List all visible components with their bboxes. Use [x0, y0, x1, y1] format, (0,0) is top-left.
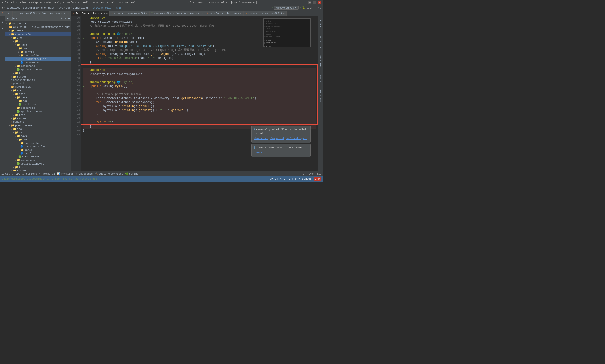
- tree-p8001-test[interactable]: ▶ 📁 test: [5, 166, 71, 169]
- menu-edit[interactable]: Edit: [11, 1, 17, 4]
- maximize-button[interactable]: □: [313, 1, 316, 4]
- tree-application-yml-consumer[interactable]: 🟢 application.yml: [5, 68, 71, 71]
- tree-test[interactable]: ▶ 📁 test: [5, 71, 71, 75]
- tree-config[interactable]: ▶ 📁 config: [5, 50, 71, 54]
- tree-main[interactable]: ▾ 📁 main: [5, 39, 71, 43]
- tree-p8001-controller[interactable]: ▾ 📁 controller: [5, 141, 71, 145]
- menu-tools[interactable]: Tools: [101, 1, 108, 4]
- tab-close-yml2[interactable]: ✕: [202, 12, 203, 15]
- dont-ask-link[interactable]: Don't Ask Again: [286, 137, 307, 141]
- bottom-endpoints[interactable]: ⛛ Endpoints: [75, 172, 93, 175]
- nav-icon-1[interactable]: ✓: [271, 6, 273, 9]
- tree-java-folder[interactable]: ▾ 📁 java: [5, 43, 71, 47]
- code-content[interactable]: @Resource RestTemplate restTemplate; // …: [81, 16, 318, 171]
- tree-resources[interactable]: ▾ 📁 resources: [5, 64, 71, 68]
- tree-model[interactable]: ▾ 📁 model: [5, 148, 71, 152]
- project-tool-button[interactable]: Project: [0, 18, 5, 29]
- always-add-link[interactable]: Always Add: [270, 137, 284, 141]
- tree-consumer80[interactable]: ▾ 📂 consumer80: [5, 32, 71, 36]
- indent[interactable]: 4 spaces: [299, 178, 311, 180]
- menu-view[interactable]: View: [20, 1, 26, 4]
- menu-help[interactable]: Help: [131, 1, 137, 4]
- tree-pom-consumer[interactable]: m pom.xml: [5, 82, 71, 85]
- encoding[interactable]: UTF-8: [289, 178, 296, 180]
- tab-close-pom2[interactable]: ✕: [283, 12, 284, 15]
- breadcrumb-project[interactable]: cloud1009: [6, 6, 20, 9]
- bottom-todo[interactable]: ☑ TODO: [12, 172, 20, 175]
- window-controls[interactable]: — □ ✕: [308, 1, 321, 4]
- breadcrumb-main[interactable]: main: [48, 6, 54, 9]
- bottom-terminal[interactable]: ▶_ Terminal: [39, 172, 55, 175]
- tree-p8001-resources[interactable]: ▾ 📁 resources: [5, 158, 71, 162]
- tree-p8001-src[interactable]: ▾ 📁 src: [5, 127, 71, 131]
- breadcrumb-file[interactable]: TestController: [91, 6, 113, 9]
- tab-close-user[interactable]: ✕: [240, 12, 242, 15]
- kayvan-button[interactable]: Kayvan: [319, 19, 322, 29]
- menu-run[interactable]: Run: [93, 1, 98, 4]
- menu-window[interactable]: Window: [119, 1, 128, 4]
- structure-button[interactable]: Structure: [319, 35, 322, 49]
- tree-p8001-java[interactable]: ▾ 📁 java: [5, 134, 71, 138]
- view-files-link[interactable]: View Files: [254, 137, 268, 141]
- tree-consumer80-src[interactable]: ▾ 📁 src: [5, 36, 71, 39]
- tree-controller[interactable]: ▾ 📁 controller: [5, 54, 71, 57]
- tree-UserController[interactable]: 🔵 UserController: [5, 145, 71, 148]
- breadcrumb-controller[interactable]: controller: [73, 6, 89, 9]
- tab-close-testcontroller[interactable]: ✕: [106, 12, 107, 15]
- tree-eureka-yml[interactable]: 🟢 application.yml: [5, 110, 71, 113]
- tree-provider8001[interactable]: ▾ 📂 provider8001: [5, 124, 71, 127]
- tree-com[interactable]: ▾ 📁 com: [5, 47, 71, 50]
- nav-debug-icon[interactable]: 🐛: [302, 6, 306, 9]
- menu-navigate[interactable]: Navigate: [29, 1, 42, 4]
- tree-p8001-main[interactable]: ▾ 📁 main: [5, 131, 71, 134]
- line-ending[interactable]: CRLF: [280, 178, 286, 180]
- tree-root[interactable]: ▾ 📁 Project ▾: [5, 22, 71, 25]
- breadcrumb-java[interactable]: java: [57, 6, 63, 9]
- tree-eureka-resources[interactable]: ▾ 📁 resources: [5, 106, 71, 110]
- menu-build[interactable]: Build: [82, 1, 90, 4]
- update-link[interactable]: Update...: [254, 151, 266, 155]
- tree-eureka-src[interactable]: ▾ 📁 src: [5, 89, 71, 92]
- bottom-profiler[interactable]: 📊 Profiler: [57, 172, 74, 175]
- minimize-button[interactable]: —: [308, 1, 311, 4]
- tree-Eureka7001[interactable]: 🟢 Eureka7001: [5, 103, 71, 106]
- breadcrumb-module[interactable]: consumer80: [23, 6, 39, 9]
- commit-button[interactable]: Commit: [319, 73, 322, 83]
- tree-p8001-com[interactable]: ▾ 📁 com: [5, 138, 71, 141]
- nav-run-icon[interactable]: ▶: [300, 6, 301, 9]
- bottom-problems[interactable]: ⚠ Problems: [22, 172, 37, 175]
- favorites-button[interactable]: Favorites: [319, 88, 322, 103]
- menu-code[interactable]: Code: [44, 1, 51, 4]
- tree-iml[interactable]: i consumer80.iml: [5, 78, 71, 82]
- bottom-git[interactable]: ⎇ Git: [1, 172, 10, 175]
- tree-eureka-test[interactable]: ▶ 📁 test: [5, 113, 71, 117]
- tree-eureka-com[interactable]: ▾ 📁 com: [5, 99, 71, 103]
- menu-analyze[interactable]: Analyze: [53, 1, 64, 4]
- provider-button[interactable]: ◀ Provider8003 ▼: [274, 6, 298, 10]
- tree-eureka-target[interactable]: ▶ 📁 target: [5, 117, 71, 120]
- bottom-spring[interactable]: 🌿 Spring: [125, 172, 139, 175]
- close-button[interactable]: ✕: [318, 1, 321, 4]
- bottom-build[interactable]: 🔨 Build: [95, 172, 107, 175]
- project-settings-icon[interactable]: ⚙: [61, 17, 62, 20]
- menu-git[interactable]: Git: [111, 1, 116, 4]
- database-button[interactable]: Database: [319, 54, 322, 68]
- nav-forward-button[interactable]: ▶: [4, 6, 6, 9]
- tab-pom-consumer80[interactable]: m pom.xml (consumer80) ✕: [110, 11, 150, 16]
- event-log-label[interactable]: 3 ✓ Event Log: [303, 172, 322, 175]
- nav-back-button[interactable]: ◀: [1, 6, 3, 9]
- tree-eureka-java[interactable]: ▾ 📁 java: [5, 96, 71, 99]
- tree-cloud1009[interactable]: ▾ 📂 cloud1009 D:\JavaEnterpriseWeb\cloud…: [5, 25, 71, 29]
- breadcrumb-com[interactable]: com: [66, 6, 70, 9]
- breadcrumb-method[interactable]: mylb: [115, 6, 121, 9]
- tree-eureka-pom[interactable]: m pom.xml: [5, 120, 71, 124]
- tree-idea[interactable]: ▶ 📁 .idea: [5, 29, 71, 32]
- tree-target-consumer[interactable]: ▶ 📁 target: [5, 75, 71, 78]
- tab-TestController[interactable]: ☕ TestController.java ✕: [71, 11, 110, 16]
- breadcrumb-src[interactable]: src: [41, 6, 46, 9]
- bottom-services[interactable]: ⚙ Services: [108, 172, 123, 175]
- tab-pom-provider8001[interactable]: m pom.xml (provider8001) ✕: [244, 11, 287, 16]
- menu-bar[interactable]: File Edit View Navigate Code Analyze Ref…: [2, 1, 137, 4]
- tree-eureka-main[interactable]: ▾ 📁 main: [5, 92, 71, 96]
- tab-close-pom1[interactable]: ✕: [146, 12, 147, 15]
